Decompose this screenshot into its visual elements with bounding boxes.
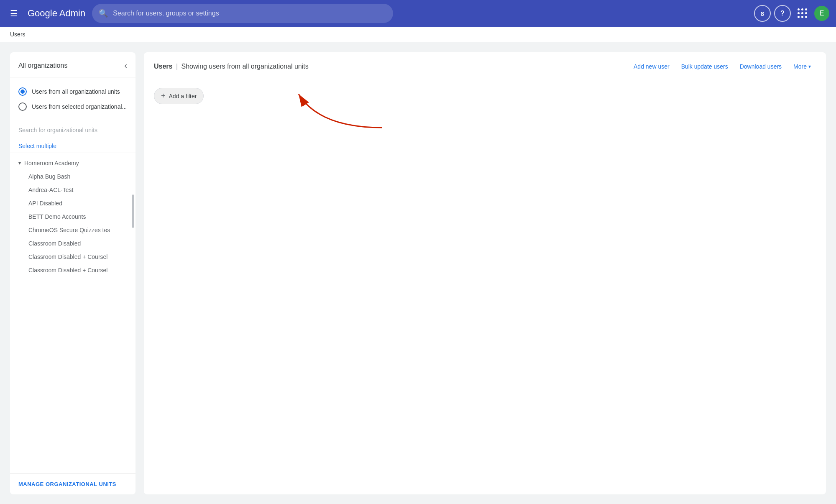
add-filter-button[interactable]: + Add a filter bbox=[154, 88, 204, 104]
select-multiple-link[interactable]: Select multiple bbox=[10, 139, 135, 153]
plus-icon: + bbox=[161, 92, 166, 100]
google-admin-logo[interactable]: Google Admin bbox=[28, 8, 85, 19]
top-nav: ☰ Google Admin 🔍 8 ? E bbox=[0, 0, 836, 27]
radio-selected-orgs-indicator bbox=[18, 102, 27, 111]
panel-body bbox=[144, 111, 826, 279]
nav-right-actions: 8 ? E bbox=[754, 5, 829, 22]
radio-all-orgs-indicator bbox=[18, 87, 27, 96]
panel-actions: Add new user Bulk update users Download … bbox=[629, 60, 816, 73]
sidebar: All organizations ‹ Users from all organ… bbox=[10, 52, 135, 494]
help-icon-button[interactable]: ? bbox=[774, 5, 791, 22]
apps-icon-button[interactable] bbox=[794, 5, 811, 22]
sidebar-scrollbar[interactable] bbox=[132, 194, 134, 228]
download-users-button[interactable]: Download users bbox=[735, 60, 787, 73]
sidebar-header: All organizations ‹ bbox=[10, 52, 135, 77]
org-unit-search[interactable] bbox=[10, 121, 135, 139]
user-avatar[interactable]: E bbox=[814, 6, 829, 21]
main-content: All organizations ‹ Users from all organ… bbox=[0, 42, 836, 504]
apps-grid-icon bbox=[798, 8, 808, 18]
manage-org-units-link[interactable]: MANAGE ORGANIZATIONAL UNITS bbox=[18, 481, 116, 487]
breadcrumb: Users bbox=[0, 27, 836, 42]
sidebar-collapse-button[interactable]: ‹ bbox=[124, 61, 127, 70]
logo-text: Google Admin bbox=[28, 8, 85, 19]
org-search-input[interactable] bbox=[18, 127, 127, 133]
org-tree: ▾ Homeroom Academy Alpha Bug Bash Andrea… bbox=[10, 153, 135, 473]
chevron-down-icon: ▾ bbox=[18, 160, 21, 166]
org-child-chromeos[interactable]: ChromeOS Secure Quizzes tes bbox=[10, 223, 135, 237]
org-parent-homeroom[interactable]: ▾ Homeroom Academy bbox=[10, 156, 135, 170]
org-child-bett-demo[interactable]: BETT Demo Accounts bbox=[10, 210, 135, 223]
global-search-input[interactable] bbox=[113, 10, 386, 17]
search-icon: 🔍 bbox=[99, 9, 108, 18]
global-search-bar[interactable]: 🔍 bbox=[92, 4, 393, 23]
org-parent-label: Homeroom Academy bbox=[24, 160, 79, 166]
radio-selected-orgs-label: Users from selected organizational... bbox=[32, 103, 127, 110]
support-icon-button[interactable]: 8 bbox=[754, 5, 771, 22]
radio-selected-orgs[interactable]: Users from selected organizational... bbox=[18, 99, 127, 114]
org-child-api-disabled[interactable]: API Disabled bbox=[10, 197, 135, 210]
hamburger-menu-icon[interactable]: ☰ bbox=[7, 5, 21, 22]
org-child-alpha-bug-bash[interactable]: Alpha Bug Bash bbox=[10, 170, 135, 183]
sidebar-footer: MANAGE ORGANIZATIONAL UNITS bbox=[10, 473, 135, 494]
main-panel: Users | Showing users from all organizat… bbox=[144, 52, 826, 494]
panel-title: Users | Showing users from all organizat… bbox=[154, 63, 309, 70]
radio-all-orgs-label: Users from all organizational units bbox=[32, 88, 120, 95]
filter-bar: + Add a filter bbox=[144, 81, 826, 111]
org-child-classroom-disabled[interactable]: Classroom Disabled bbox=[10, 237, 135, 250]
chevron-down-icon: ▾ bbox=[808, 64, 811, 69]
panel-header: Users | Showing users from all organizat… bbox=[144, 52, 826, 81]
sidebar-title: All organizations bbox=[18, 62, 67, 69]
bulk-update-users-button[interactable]: Bulk update users bbox=[676, 60, 733, 73]
org-child-classroom-disabled-course2[interactable]: Classroom Disabled + Coursel bbox=[10, 264, 135, 277]
radio-all-orgs[interactable]: Users from all organizational units bbox=[18, 84, 127, 99]
org-unit-radio-group: Users from all organizational units User… bbox=[10, 77, 135, 121]
org-child-andrea-acl-test[interactable]: Andrea-ACL-Test bbox=[10, 183, 135, 197]
more-button[interactable]: More ▾ bbox=[788, 60, 816, 73]
add-new-user-button[interactable]: Add new user bbox=[629, 60, 675, 73]
org-child-classroom-disabled-course1[interactable]: Classroom Disabled + Coursel bbox=[10, 250, 135, 264]
